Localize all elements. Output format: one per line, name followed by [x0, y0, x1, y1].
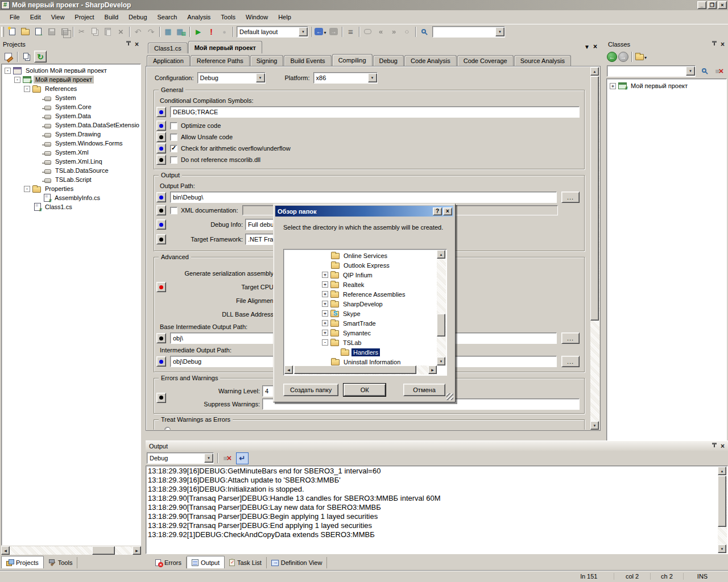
scroll-thumb[interactable]: [92, 546, 115, 555]
menu-file[interactable]: File: [5, 11, 25, 23]
bookmark-list-icon[interactable]: [344, 26, 357, 38]
dialog-button-создать-папку[interactable]: Создать папку: [283, 384, 338, 396]
projects-tree-hscrollbar[interactable]: ◀ ▶: [1, 546, 141, 555]
menu-window[interactable]: Window: [241, 11, 273, 23]
scroll-right-icon[interactable]: ▶: [428, 365, 437, 374]
scroll-thumb[interactable]: [437, 314, 445, 336]
clear-search-icon[interactable]: [713, 65, 726, 77]
scroll-thumb[interactable]: [718, 476, 726, 527]
open-file-icon[interactable]: [19, 26, 32, 38]
folder-item-qip-infium[interactable]: +QIP Infium: [284, 270, 437, 280]
tree-item-properties[interactable]: -Properties: [2, 184, 140, 193]
chevron-down-icon[interactable]: [256, 73, 265, 82]
xml-documentation-checkbox[interactable]: [170, 207, 177, 214]
build-solution-icon[interactable]: [175, 26, 188, 38]
close-panel-icon[interactable]: [719, 442, 726, 450]
browse-intermediate-button[interactable]: ...: [561, 356, 580, 367]
folder-dropdown-icon[interactable]: [635, 51, 647, 63]
tree-item-assemblyinfo-cs[interactable]: AssemblyInfo.cs: [2, 193, 140, 202]
scroll-left-icon[interactable]: ◀: [284, 365, 293, 374]
tree-item-system-windows-forms[interactable]: System.Windows.Forms: [2, 139, 140, 148]
pin-icon[interactable]: [711, 443, 717, 450]
tab-code-analysis[interactable]: Code Analysis: [404, 55, 457, 66]
tab-task-list[interactable]: Task List: [225, 557, 267, 568]
scroll-thumb[interactable]: [294, 365, 416, 374]
preview-icon[interactable]: [20, 51, 33, 63]
folder-item-sharpdevelop[interactable]: +SharpDevelop: [284, 299, 437, 309]
tab-debug[interactable]: Debug: [373, 55, 404, 66]
expand-box[interactable]: +: [610, 83, 616, 89]
scroll-right-icon[interactable]: ▶: [133, 546, 141, 555]
menu-help[interactable]: Help: [273, 11, 296, 23]
close-button[interactable]: ×: [718, 1, 727, 9]
checkbox-check-for-arithmetic-overflow-underflow[interactable]: [170, 145, 177, 152]
property-dot-button[interactable]: [156, 356, 166, 367]
tree-item-class1-cs[interactable]: Class1.cs: [2, 202, 140, 211]
checkbox-optimize-code[interactable]: [170, 122, 177, 130]
collapse-box[interactable]: -: [322, 339, 328, 346]
tree-item-solution-мой-первый-проект[interactable]: -Solution Мой первый проект: [2, 66, 140, 75]
tree-item-system-drawing[interactable]: System.Drawing: [2, 130, 140, 139]
property-dot-button[interactable]: [156, 219, 166, 230]
tab-tools[interactable]: Tools: [44, 557, 78, 568]
classes-filter-combo[interactable]: [607, 65, 696, 77]
word-wrap-toggle[interactable]: [236, 452, 249, 464]
run-icon[interactable]: [192, 26, 205, 38]
menu-project[interactable]: Project: [69, 11, 99, 23]
dialog-close-icon[interactable]: ×: [443, 207, 452, 215]
folder-item-uninstall-information[interactable]: Uninstall Information: [284, 357, 437, 365]
folder-tree-vscrollbar[interactable]: ▲ ▼: [437, 250, 446, 365]
folder-item-smarttrade[interactable]: +SmartTrade: [284, 318, 437, 328]
output-category-combo[interactable]: Debug: [147, 452, 214, 464]
collapse-box[interactable]: -: [14, 77, 20, 83]
collapse-box[interactable]: -: [24, 186, 30, 192]
tree-item-system-xml-linq[interactable]: System.Xml.Linq: [2, 157, 140, 166]
scroll-thumb[interactable]: [590, 76, 599, 321]
toolbar-grip[interactable]: [1, 27, 4, 37]
property-dot-button[interactable]: [156, 143, 166, 153]
checkbox-do-not-reference-mscorlib-dll[interactable]: [170, 156, 177, 164]
property-dot-button[interactable]: [156, 393, 166, 403]
menu-edit[interactable]: Edit: [25, 11, 46, 23]
tree-item-references[interactable]: -References: [2, 84, 140, 93]
menu-view[interactable]: View: [46, 11, 70, 23]
tab-class1-cs[interactable]: Class1.cs: [148, 43, 188, 53]
navigate-forward-icon[interactable]: →: [618, 52, 628, 62]
tab-definition-view[interactable]: Definition View: [267, 557, 328, 568]
build-project-icon[interactable]: [162, 26, 175, 38]
help-icon[interactable]: ?: [433, 207, 442, 215]
property-dot-button[interactable]: [156, 155, 166, 165]
layout-combo[interactable]: Default layout: [237, 26, 308, 38]
tab-build-events[interactable]: Build Events: [284, 55, 331, 66]
tree-item-system-core[interactable]: System.Core: [2, 102, 140, 111]
tree-item-tslab-script[interactable]: TSLab.Script: [2, 175, 140, 184]
chevron-down-icon[interactable]: [368, 73, 377, 82]
property-dot-button[interactable]: [156, 234, 166, 244]
navigate-back-icon[interactable]: ←: [607, 52, 617, 62]
pin-icon[interactable]: [125, 41, 131, 48]
collapse-box[interactable]: -: [24, 86, 30, 92]
tree-item-system-data-datasetextensio[interactable]: System.Data.DataSetExtensio: [2, 120, 140, 130]
scroll-up-icon[interactable]: ▲: [590, 67, 599, 76]
folder-item-symantec[interactable]: +Symantec: [284, 328, 437, 338]
property-dot-button[interactable]: [156, 205, 166, 215]
log-vscrollbar[interactable]: ▲ ▼: [718, 467, 727, 553]
folder-item-handlers[interactable]: Handlers: [284, 347, 437, 357]
tab-signing[interactable]: Signing: [250, 55, 284, 66]
search-combo[interactable]: [432, 26, 505, 38]
tree-item-мой-первый-проект[interactable]: -Мой первый проект: [2, 75, 140, 84]
folder-item-realtek[interactable]: +Realtek: [284, 280, 437, 289]
class-item-мой-первый-проект[interactable]: +Мой первый проект: [607, 81, 726, 90]
treat-warnings-radio[interactable]: [164, 427, 171, 430]
properties-icon[interactable]: [2, 51, 14, 63]
expand-box[interactable]: +: [322, 301, 328, 307]
dialog-button-отмена[interactable]: Отмена: [403, 384, 445, 396]
tab-мой-первый-проект[interactable]: Мой первый проект: [188, 41, 262, 53]
resize-grip[interactable]: [446, 393, 453, 400]
tree-item-system[interactable]: System: [2, 93, 140, 102]
tab-errors[interactable]: Errors: [150, 557, 187, 568]
chevron-down-icon[interactable]: [204, 454, 213, 463]
clear-output-icon[interactable]: [221, 452, 234, 464]
expand-box[interactable]: +: [322, 330, 328, 336]
scroll-left-icon[interactable]: ◀: [1, 546, 10, 555]
